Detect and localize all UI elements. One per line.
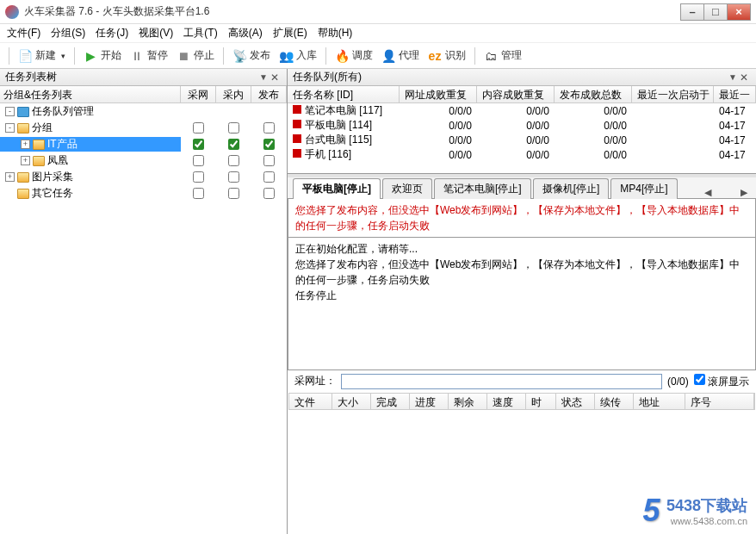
col-name[interactable]: 分组&任务列表 [0, 86, 181, 102]
tree-checkbox[interactable] [263, 188, 275, 199]
tree-checkbox[interactable] [228, 139, 239, 150]
proxy-button[interactable]: 👤代理 [378, 47, 423, 65]
tab-scroll-left[interactable]: ◀ [701, 187, 715, 198]
task-tree[interactable]: -任务队列管理-分组+IT产品+凤凰+图片采集其它任务 [0, 103, 287, 534]
dl-addr[interactable]: 地址 [634, 394, 685, 409]
pane-close-button[interactable]: ✕ [737, 71, 751, 84]
tree-label-text: 图片采集 [32, 170, 73, 184]
task-row[interactable]: 手机 [116]0/0/00/0/00/0/004-17 [288, 147, 756, 162]
menu-tools[interactable]: 工具(T) [183, 26, 217, 40]
task-list[interactable]: 笔记本电脑 [117]0/0/00/0/00/0/004-17平板电脑 [114… [288, 103, 756, 174]
schedule-button[interactable]: 🔥调度 [332, 47, 376, 65]
dl-state[interactable]: 状态 [556, 394, 595, 409]
tree-checkbox[interactable] [263, 139, 275, 150]
expand-icon[interactable]: - [5, 107, 15, 116]
menu-advanced[interactable]: 高级(A) [228, 26, 263, 40]
tree-checkbox[interactable] [263, 155, 275, 166]
tab-laptop[interactable]: 笔记本电脑[停止] [434, 178, 531, 199]
col-publish[interactable]: 发布 [251, 86, 287, 102]
tree-checkbox[interactable] [193, 122, 204, 134]
task-row[interactable]: 笔记本电脑 [117]0/0/00/0/00/0/004-17 [288, 103, 756, 118]
col-url-stat[interactable]: 网址成败重复 [400, 86, 477, 102]
dl-remain[interactable]: 剩余 [449, 394, 487, 409]
tree-label-text: IT产品 [47, 137, 77, 152]
dl-speed[interactable]: 速度 [487, 394, 526, 409]
tab-tablet[interactable]: 平板电脑[停止] [293, 178, 381, 199]
tab-mp4[interactable]: MP4[停止] [610, 178, 677, 199]
tree-checkbox[interactable] [228, 155, 239, 166]
tab-scroll-right[interactable]: ▶ [737, 187, 751, 198]
tree-row[interactable]: +凤凰 [0, 152, 287, 169]
task-row[interactable]: 台式电脑 [115]0/0/00/0/00/0/004-17 [288, 133, 756, 147]
pane-close-button[interactable]: ✕ [268, 71, 282, 84]
col-last[interactable]: 最近一 [714, 86, 756, 102]
pause-button[interactable]: ⏸暂停 [127, 47, 171, 65]
dl-done[interactable]: 完成 [371, 394, 410, 409]
col-content[interactable]: 采内容 [216, 86, 251, 102]
tree-row[interactable]: +图片采集 [0, 169, 287, 185]
tree-row[interactable]: -任务队列管理 [0, 103, 287, 120]
tab-welcome[interactable]: 欢迎页 [382, 178, 432, 199]
menu-help[interactable]: 帮助(H) [318, 26, 353, 40]
dl-file[interactable]: 文件 [289, 394, 332, 409]
expand-icon[interactable]: - [5, 123, 15, 133]
menu-view[interactable]: 视图(V) [139, 26, 173, 40]
dl-resume[interactable]: 续传 [595, 394, 634, 409]
col-url[interactable]: 采网址 [181, 86, 216, 102]
tree-checkbox[interactable] [263, 171, 275, 183]
window-title: 火车采集器 7.6 - 火车头数据采集平台1.6 [24, 4, 681, 19]
menu-ext[interactable]: 扩展(E) [273, 26, 307, 40]
tree-checkbox[interactable] [263, 122, 275, 134]
tree-checkbox[interactable] [228, 188, 239, 199]
tree-row[interactable]: 其它任务 [0, 185, 287, 202]
tree-checkbox[interactable] [228, 171, 239, 183]
col-taskname[interactable]: 任务名称 [ID] [288, 86, 400, 102]
menu-file[interactable]: 文件(F) [7, 26, 40, 40]
tab-camera[interactable]: 摄像机[停止] [533, 178, 610, 199]
tree-checkbox[interactable] [193, 139, 204, 150]
log-tabs: 平板电脑[停止] 欢迎页 笔记本电脑[停止] 摄像机[停止] MP4[停止] ◀… [288, 177, 756, 198]
folder-open-icon [33, 156, 45, 166]
tree-row[interactable]: +IT产品 [0, 136, 287, 152]
manage-button[interactable]: 🗂管理 [480, 47, 525, 65]
minimize-button[interactable]: – [680, 3, 704, 21]
url-input[interactable] [341, 374, 662, 389]
task-row[interactable]: 平板电脑 [114]0/0/00/0/00/0/004-17 [288, 118, 756, 133]
watermark: 5 5438下载站 www.5438.com.cn [643, 493, 747, 529]
recognize-button[interactable]: ez识别 [424, 47, 469, 65]
group-icon [17, 107, 29, 117]
tree-checkbox[interactable] [228, 122, 239, 134]
tree-checkbox[interactable] [193, 155, 204, 166]
expand-icon[interactable]: + [21, 140, 30, 149]
maximize-button[interactable]: □ [703, 3, 728, 21]
dl-size[interactable]: 大小 [332, 394, 371, 409]
dl-time[interactable]: 时 [526, 394, 556, 409]
expand-icon[interactable]: + [5, 172, 15, 182]
col-laststart[interactable]: 最近一次启动于 [632, 86, 714, 102]
tree-checkbox[interactable] [193, 171, 204, 183]
log-body[interactable]: 正在初始化配置，请稍等...您选择了发布内容，但没选中【Web发布到网站】，【保… [288, 238, 756, 370]
dl-seq[interactable]: 序号 [685, 394, 754, 409]
dl-progress[interactable]: 进度 [410, 394, 449, 409]
col-publish-stat[interactable]: 发布成败总数 [555, 86, 632, 102]
menu-group[interactable]: 分组(S) [51, 26, 85, 40]
expand-icon[interactable]: + [21, 156, 30, 165]
new-button[interactable]: 📄新建▾ [15, 47, 69, 65]
col-content-stat[interactable]: 内容成败重复 [477, 86, 555, 102]
tree-row[interactable]: -分组 [0, 120, 287, 136]
manage-icon: 🗂 [484, 49, 498, 63]
titlebar: 火车采集器 7.6 - 火车头数据采集平台1.6 – □ × [0, 0, 756, 24]
stop-button[interactable]: ⏹停止 [173, 47, 218, 65]
dropdown-icon[interactable]: ▼ [728, 72, 737, 82]
menu-task[interactable]: 任务(J) [96, 26, 128, 40]
right-pane-title-text: 任务队列(所有) [293, 70, 362, 84]
scroll-checkbox[interactable] [694, 374, 705, 385]
publish-button[interactable]: 📡发布 [229, 47, 274, 65]
dropdown-icon[interactable]: ▼ [259, 72, 268, 82]
start-button[interactable]: ▶开始 [80, 47, 125, 65]
tree-checkbox[interactable] [193, 188, 204, 199]
proxy-icon: 👤 [381, 49, 395, 63]
scroll-display-option[interactable]: 滚屏显示 [694, 374, 749, 389]
close-button[interactable]: × [727, 3, 751, 21]
import-button[interactable]: 👥入库 [276, 47, 320, 65]
